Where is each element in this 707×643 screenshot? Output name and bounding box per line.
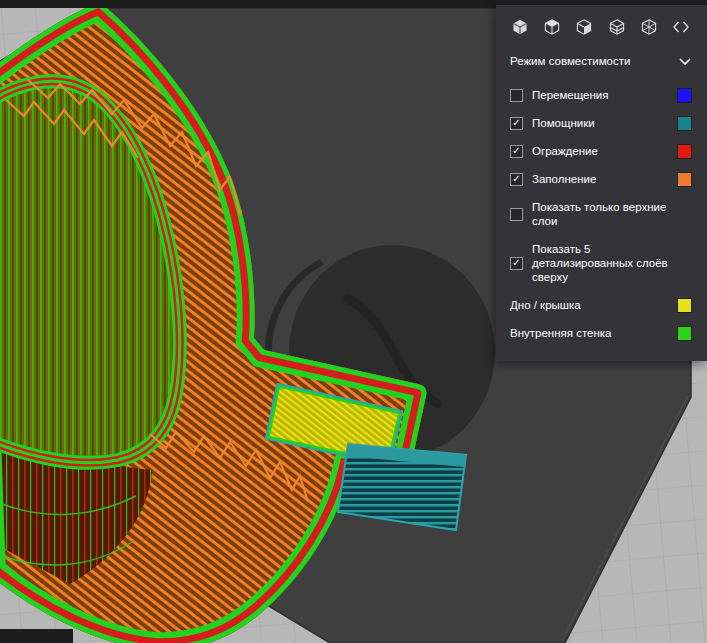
travels-checkbox[interactable]: [510, 89, 523, 102]
infill-checkbox[interactable]: ✓: [510, 173, 523, 186]
toggle-only-top-layers: Показать только верхние слои: [510, 193, 691, 235]
legend-label: Показать только верхние слои: [532, 200, 691, 228]
detailed-layers-checkbox[interactable]: ✓: [510, 257, 523, 270]
only-top-layers-checkbox[interactable]: [510, 208, 523, 221]
legend-label: Ограждение: [532, 144, 678, 158]
checkmark: ✓: [512, 172, 520, 186]
shell-color-swatch: [678, 145, 691, 158]
cube-solid-icon[interactable]: [510, 17, 530, 37]
legend-row-helpers: ✓ Помощники: [510, 109, 691, 137]
toggle-detailed-layers: ✓ Показать 5 детализированных слоёв свер…: [510, 235, 691, 291]
inner-wall-color-swatch: [678, 327, 691, 340]
legend-label: Заполнение: [532, 172, 678, 186]
cube-top-face-icon[interactable]: [542, 17, 562, 37]
bottom-left-bar: [0, 629, 73, 643]
helpers-checkbox[interactable]: ✓: [510, 117, 523, 130]
cube-wireframe-icon[interactable]: [639, 17, 659, 37]
infill-color-swatch: [678, 173, 691, 186]
xray-icon[interactable]: [671, 17, 691, 37]
legend-row-inner-wall: Внутренняя стенка: [510, 319, 691, 347]
chevron-down-icon: [679, 58, 691, 65]
helpers-color-swatch: [678, 117, 691, 130]
travels-color-swatch: [678, 89, 691, 102]
shell-checkbox[interactable]: ✓: [510, 145, 523, 158]
legend-row-travels: Перемещения: [510, 81, 691, 109]
view-mode-icon-row: [510, 13, 691, 49]
checkmark: ✓: [512, 256, 520, 270]
dropdown-label: Режим совместимости: [510, 55, 630, 67]
legend-label: Дно / крышка: [510, 298, 678, 312]
legend-label: Внутренняя стенка: [510, 326, 678, 340]
checkmark: ✓: [512, 116, 520, 130]
preview-legend-panel: Режим совместимости Перемещения ✓ Помощн…: [496, 5, 707, 361]
cube-side-face-icon[interactable]: [574, 17, 594, 37]
legend-label: Показать 5 детализированных слоёв сверху: [532, 242, 691, 284]
cube-layers-icon[interactable]: [607, 17, 627, 37]
top-bottom-color-swatch: [678, 299, 691, 312]
legend-row-infill: ✓ Заполнение: [510, 165, 691, 193]
legend-label: Помощники: [532, 116, 678, 130]
legend-label: Перемещения: [532, 88, 678, 102]
legend-row-top-bottom: Дно / крышка: [510, 291, 691, 319]
compatibility-mode-dropdown[interactable]: Режим совместимости: [510, 49, 691, 81]
checkmark: ✓: [512, 144, 520, 158]
legend-row-shell: ✓ Ограждение: [510, 137, 691, 165]
